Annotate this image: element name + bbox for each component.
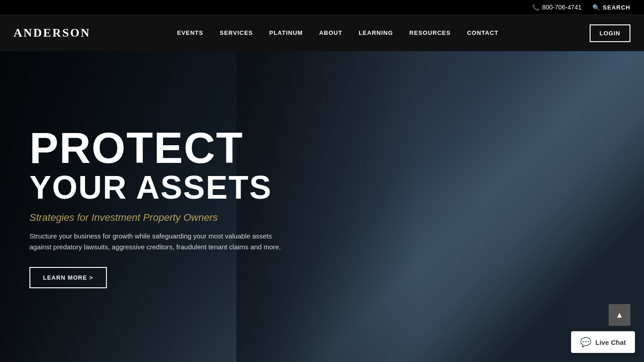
nav-item-events[interactable]: EVENTS bbox=[169, 15, 211, 51]
login-button[interactable]: LOGIN bbox=[590, 24, 630, 42]
chat-icon: 💬 bbox=[580, 337, 591, 348]
search-icon bbox=[592, 4, 600, 11]
live-chat-button[interactable]: 💬 Live Chat bbox=[571, 331, 635, 353]
scroll-up-button[interactable]: ▲ bbox=[609, 304, 630, 326]
nav-link-resources[interactable]: RESOURCES bbox=[401, 15, 459, 51]
hero-title-assets: YOUR ASSETS bbox=[29, 170, 292, 205]
search-label: SEARCH bbox=[603, 4, 630, 11]
hero-cta-button[interactable]: LEARN MORE > bbox=[29, 267, 107, 288]
phone-number[interactable]: 800-706-4741 bbox=[532, 4, 582, 11]
search-button[interactable]: SEARCH bbox=[592, 4, 630, 11]
phone-icon bbox=[532, 4, 539, 11]
hero-title-protect: PROTECT bbox=[29, 126, 292, 170]
hero-subtitle: Strategies for Investment Property Owner… bbox=[29, 212, 292, 224]
nav-link-services[interactable]: SERVICES bbox=[211, 15, 261, 51]
phone-text: 800-706-4741 bbox=[542, 4, 582, 11]
hero-section: PROTECT YOUR ASSETS Strategies for Inves… bbox=[0, 51, 644, 362]
nav-link-contact[interactable]: CONTACT bbox=[459, 15, 507, 51]
nav-links: EVENTS SERVICES PLATINUM ABOUT LEARNING … bbox=[169, 15, 507, 51]
nav-item-contact[interactable]: CONTACT bbox=[459, 15, 507, 51]
hero-content: PROTECT YOUR ASSETS Strategies for Inves… bbox=[0, 126, 292, 288]
nav-link-events[interactable]: EVENTS bbox=[169, 15, 211, 51]
nav-item-learning[interactable]: LEARNING bbox=[351, 15, 401, 51]
hero-description: Structure your business for growth while… bbox=[29, 231, 292, 252]
nav-item-platinum[interactable]: PLATINUM bbox=[261, 15, 311, 51]
top-bar: 800-706-4741 SEARCH bbox=[0, 0, 644, 15]
site-logo[interactable]: ANDERSON bbox=[14, 26, 91, 40]
nav-item-resources[interactable]: RESOURCES bbox=[401, 15, 459, 51]
nav-item-about[interactable]: ABOUT bbox=[311, 15, 351, 51]
nav-link-learning[interactable]: LEARNING bbox=[351, 15, 401, 51]
navbar: ANDERSON EVENTS SERVICES PLATINUM ABOUT … bbox=[0, 15, 644, 51]
nav-link-about[interactable]: ABOUT bbox=[311, 15, 351, 51]
nav-link-platinum[interactable]: PLATINUM bbox=[261, 15, 311, 51]
chevron-up-icon: ▲ bbox=[615, 310, 624, 320]
live-chat-label: Live Chat bbox=[595, 338, 626, 346]
nav-item-services[interactable]: SERVICES bbox=[211, 15, 261, 51]
